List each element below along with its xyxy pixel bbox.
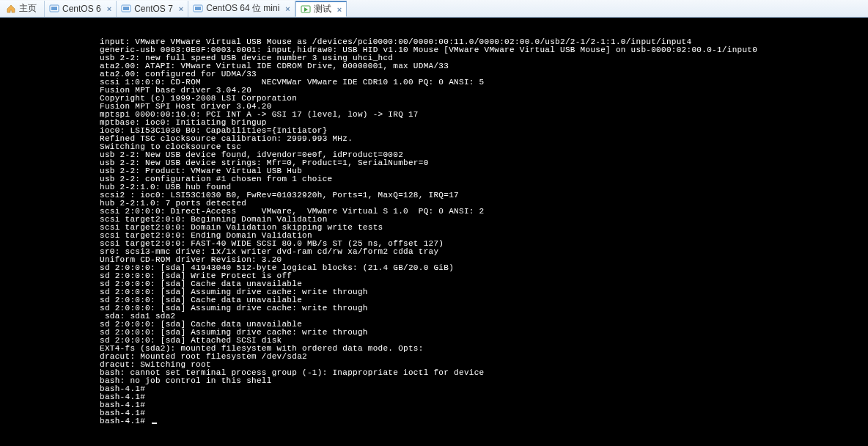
svg-rect-5 bbox=[195, 7, 201, 10]
tab-label: CentOS 6 bbox=[62, 4, 101, 14]
vm-running-icon bbox=[301, 4, 311, 15]
tab-label: 测试 bbox=[314, 3, 331, 15]
close-icon[interactable]: × bbox=[337, 5, 342, 14]
terminal-output[interactable]: input: VMware VMware Virtual USB Mouse a… bbox=[0, 18, 868, 446]
close-icon[interactable]: × bbox=[107, 4, 111, 13]
close-icon[interactable]: × bbox=[285, 4, 290, 13]
tab-centos7[interactable]: CentOS 7 × bbox=[117, 1, 188, 17]
tab-label-home: 主页 bbox=[19, 2, 37, 15]
vm-icon bbox=[49, 4, 59, 14]
tab-centos64mini[interactable]: CentOS 64 位 mini × bbox=[188, 1, 295, 17]
tab-bar: 主页 CentOS 6 × CentOS 7 × CentOS 64 位 min… bbox=[0, 0, 868, 18]
svg-rect-3 bbox=[123, 7, 129, 10]
home-icon bbox=[6, 4, 16, 14]
terminal-cursor bbox=[152, 423, 157, 424]
tab-home[interactable]: 主页 bbox=[0, 1, 45, 17]
vm-icon bbox=[193, 4, 203, 14]
tab-centos6[interactable]: CentOS 6 × bbox=[45, 1, 117, 17]
terminal-text: input: VMware VMware Virtual USB Mouse a… bbox=[100, 37, 757, 425]
close-icon[interactable]: × bbox=[179, 4, 183, 13]
svg-rect-1 bbox=[51, 7, 57, 10]
tab-test-active[interactable]: 测试 × bbox=[295, 1, 347, 17]
vm-icon bbox=[121, 4, 131, 14]
tab-label: CentOS 7 bbox=[134, 4, 173, 14]
tab-label: CentOS 64 位 mini bbox=[206, 2, 279, 15]
